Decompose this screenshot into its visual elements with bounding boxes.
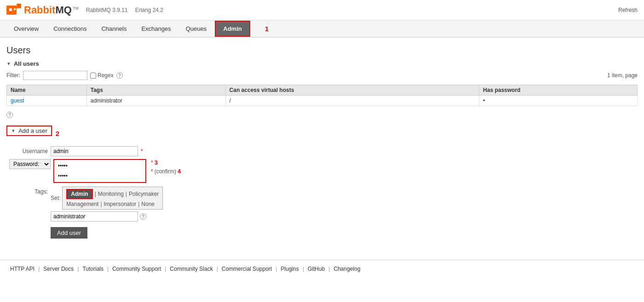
- footer-community-slack[interactable]: Community Slack: [166, 265, 216, 273]
- content: Users ▼ All users Filter: Regex ? 1 item…: [0, 38, 644, 246]
- rabbitmq-logo-icon: [6, 4, 21, 17]
- header: RabbitMQTM RabbitMQ 3.9.11 Erlang 24.2 R…: [0, 0, 644, 21]
- annotation-3: 3: [155, 159, 158, 166]
- svg-rect-3: [14, 8, 16, 10]
- tags-help-icon[interactable]: ?: [140, 213, 146, 220]
- all-users-header[interactable]: ▼ All users: [6, 60, 638, 67]
- user-tags-cell: administrator: [86, 96, 225, 106]
- svg-rect-1: [17, 4, 21, 8]
- table-help-icon[interactable]: ?: [6, 112, 13, 118]
- tags-set-row: Set: Admin | Monitoring | Policymaker Ma…: [51, 187, 163, 210]
- footer-github[interactable]: GitHub: [304, 265, 328, 273]
- collapse-arrow: ▼: [6, 61, 11, 66]
- footer-commercial-support[interactable]: Commercial Support: [218, 265, 276, 273]
- col-virtual-hosts: Can access virtual hosts: [225, 85, 479, 96]
- username-row: Username *: [6, 146, 638, 156]
- add-user-collapse-arrow: ▼: [11, 128, 16, 133]
- tags-label-row: Tags: Set: Admin | Monitoring | Policyma…: [6, 187, 638, 222]
- nav-channels[interactable]: Channels: [94, 22, 134, 36]
- tag-sep-4: |: [138, 201, 139, 207]
- password-type-select[interactable]: Password: No password: [9, 159, 51, 169]
- tags-section: Tags: Set: Admin | Monitoring | Policyma…: [6, 187, 638, 222]
- nav-queues[interactable]: Queues: [178, 22, 214, 36]
- page-title: Users: [6, 45, 638, 56]
- add-user-section: ▼ Add a user 2 Username * Password: No p…: [6, 125, 638, 239]
- regex-label: Regex: [98, 72, 114, 79]
- tag-impersonator-link[interactable]: Impersonator: [104, 201, 137, 207]
- col-name: Name: [7, 85, 87, 96]
- username-label: Username: [6, 148, 48, 154]
- footer-http-api[interactable]: HTTP API: [6, 265, 38, 273]
- footer-server-docs[interactable]: Server Docs: [40, 265, 77, 273]
- logo-area: RabbitMQTM: [6, 4, 79, 17]
- password-input[interactable]: [56, 162, 144, 170]
- tags-input-row: ?: [51, 211, 163, 222]
- tag-management-link[interactable]: Management: [66, 201, 98, 207]
- footer: HTTP API | Server Docs | Tutorials | Com…: [0, 260, 644, 278]
- filter-help-icon[interactable]: ?: [116, 72, 123, 79]
- username-required: *: [141, 148, 143, 154]
- regex-checkbox[interactable]: [90, 73, 96, 79]
- tags-label: Tags:: [6, 187, 48, 195]
- user-password-cell: •: [479, 96, 638, 106]
- tags-content: Set: Admin | Monitoring | Policymaker Ma…: [51, 187, 163, 222]
- tag-buttons-box: Admin | Monitoring | Policymaker Managem…: [62, 187, 163, 210]
- regex-checkbox-label: Regex: [90, 72, 114, 79]
- filter-input[interactable]: [23, 71, 87, 80]
- logo-tm: TM: [73, 6, 79, 11]
- footer-changelog[interactable]: Changelog: [330, 265, 364, 273]
- annotation-1: 1: [265, 25, 269, 33]
- rabbitmq-version: RabbitMQ 3.9.11: [86, 7, 128, 13]
- password-required: *: [151, 160, 153, 166]
- nav-exchanges[interactable]: Exchanges: [134, 22, 178, 36]
- col-has-password: Has password: [479, 85, 638, 96]
- nav-overview[interactable]: Overview: [6, 22, 46, 36]
- footer-community-support[interactable]: Community Support: [109, 265, 165, 273]
- footer-tutorials[interactable]: Tutorials: [79, 265, 107, 273]
- navbar: Overview Connections Channels Exchanges …: [0, 21, 644, 38]
- password-outline-box: [53, 159, 146, 183]
- nav-admin[interactable]: Admin: [215, 21, 250, 37]
- users-table: Name Tags Can access virtual hosts Has p…: [6, 85, 638, 106]
- item-count: 1 item, page: [607, 72, 638, 79]
- nav-connections[interactable]: Connections: [46, 22, 94, 36]
- erlang-version: Erlang 24.2: [135, 7, 163, 13]
- tag-monitoring-link[interactable]: Monitoring: [98, 191, 124, 197]
- confirm-required: *: [151, 168, 153, 175]
- username-input[interactable]: [51, 146, 138, 156]
- add-user-header-box: ▼ Add a user: [6, 125, 52, 136]
- tag-none-link[interactable]: None: [141, 201, 155, 207]
- tag-sep-2: |: [126, 191, 127, 197]
- table-row: guest administrator / •: [7, 96, 638, 106]
- tag-policymaker-link[interactable]: Policymaker: [129, 191, 159, 197]
- refresh-button[interactable]: Refresh: [618, 7, 638, 13]
- add-user-header-label: Add a user: [18, 127, 47, 134]
- user-vhosts-cell: /: [225, 96, 479, 106]
- tag-sep-1: |: [95, 191, 96, 197]
- tag-row-2: Management | Impersonator | None: [66, 201, 159, 207]
- filter-label: Filter:: [6, 72, 20, 79]
- annotation-2: 2: [56, 130, 59, 137]
- col-tags: Tags: [86, 85, 225, 96]
- all-users-label: All users: [14, 60, 39, 67]
- svg-rect-2: [9, 8, 12, 11]
- add-user-button[interactable]: Add user: [51, 227, 87, 239]
- all-users-section: ▼ All users Filter: Regex ? 1 item, page…: [6, 60, 638, 118]
- user-name-link[interactable]: guest: [11, 97, 24, 104]
- password-area-row: Password: No password * 3 * (confirm) 4: [6, 159, 638, 183]
- filter-row: Filter: Regex ? 1 item, page: [6, 71, 638, 80]
- footer-plugins[interactable]: Plugins: [277, 265, 302, 273]
- tag-sep-3: |: [100, 201, 102, 207]
- set-label: Set:: [51, 195, 60, 201]
- tag-row-1: Admin | Monitoring | Policymaker: [66, 189, 159, 199]
- password-confirm-input[interactable]: [56, 172, 144, 180]
- logo-text: RabbitMQTM: [24, 4, 79, 16]
- tag-admin-btn[interactable]: Admin: [66, 189, 92, 199]
- confirm-label: (confirm): [155, 168, 176, 175]
- annotation-4: 4: [178, 168, 181, 175]
- tags-input[interactable]: [51, 211, 138, 222]
